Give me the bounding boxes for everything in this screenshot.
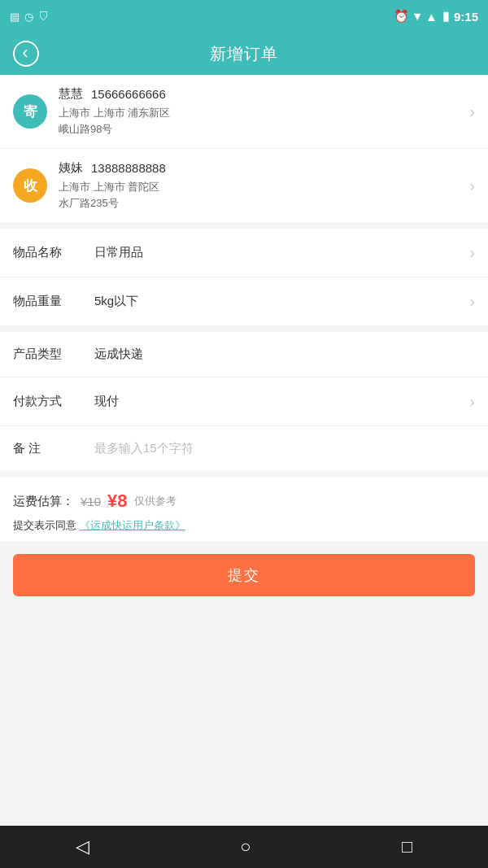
freight-section: 运费估算： ¥10 ¥8 仅供参考 提交表示同意 《运成快运用户条款》 — [0, 478, 488, 541]
item-section: 物品名称 日常用品 › 物品重量 5kg以下 › — [0, 229, 488, 325]
sender-name: 慧慧 — [59, 86, 83, 102]
page-title: 新增订单 — [210, 43, 278, 65]
status-bar: ▤ ◷ ⛉ ⏰ ▾ ▲ ▮ 9:15 — [0, 0, 488, 33]
sender-address-line1: 上海市 上海市 浦东新区 — [59, 107, 170, 119]
sender-avatar: 寄 — [13, 94, 47, 129]
receiver-address-line2: 水厂路235号 — [59, 197, 119, 209]
terms-prefix: 提交表示同意 — [13, 519, 76, 531]
product-type-row[interactable]: 产品类型 远成快递 — [0, 332, 488, 377]
sender-info: 慧慧 15666666666 上海市 上海市 浦东新区 峨山路98号 — [59, 86, 463, 137]
bottom-nav: ◁ ○ □ — [0, 826, 488, 868]
shield-icon: ⛉ — [38, 11, 49, 23]
battery-icon: ▮ — [442, 9, 449, 24]
back-button[interactable] — [13, 41, 39, 67]
remark-placeholder: 最多输入15个字符 — [94, 441, 475, 456]
home-nav-icon[interactable]: ○ — [240, 836, 251, 857]
content-area: 寄 慧慧 15666666666 上海市 上海市 浦东新区 峨山路98号 › 收 — [0, 75, 488, 826]
sender-chevron-icon: › — [469, 103, 475, 121]
weight-row[interactable]: 物品重量 5kg以下 › — [0, 277, 488, 325]
freight-row: 运费估算： ¥10 ¥8 仅供参考 — [13, 491, 475, 512]
receiver-name-row: 姨妹 13888888888 — [59, 160, 463, 176]
wifi-icon: ▾ — [414, 9, 420, 24]
status-bar-left-icons: ▤ ◷ ⛉ — [10, 11, 49, 23]
remark-label: 备 注 — [13, 441, 78, 456]
receiver-phone: 13888888888 — [91, 161, 166, 175]
receiver-avatar-label: 收 — [24, 177, 37, 195]
time-display: 9:15 — [454, 10, 478, 24]
receiver-name: 姨妹 — [59, 160, 83, 176]
clock-icon: ◷ — [24, 11, 33, 23]
status-bar-right-icons: ⏰ ▾ ▲ ▮ 9:15 — [394, 9, 478, 24]
weight-chevron-icon: › — [469, 292, 475, 311]
freight-label: 运费估算： — [13, 494, 74, 509]
sender-row[interactable]: 寄 慧慧 15666666666 上海市 上海市 浦东新区 峨山路98号 › — [0, 75, 488, 149]
receiver-address: 上海市 上海市 普陀区 水厂路235号 — [59, 179, 463, 211]
weight-label: 物品重量 — [13, 294, 78, 309]
receiver-address-line1: 上海市 上海市 普陀区 — [59, 181, 159, 193]
sender-phone: 15666666666 — [91, 87, 166, 101]
freight-original-price: ¥10 — [81, 495, 101, 508]
submit-button[interactable]: 提交 — [13, 554, 475, 596]
top-nav: 新增订单 — [0, 33, 488, 75]
item-name-chevron-icon: › — [469, 243, 475, 262]
remark-row[interactable]: 备 注 最多输入15个字符 — [0, 426, 488, 471]
recent-nav-icon[interactable]: □ — [402, 836, 412, 857]
payment-label: 付款方式 — [13, 394, 78, 409]
signal-icon: ▲ — [425, 10, 438, 24]
address-block: 寄 慧慧 15666666666 上海市 上海市 浦东新区 峨山路98号 › 收 — [0, 75, 488, 222]
weight-value: 5kg以下 — [94, 294, 463, 309]
sender-name-row: 慧慧 15666666666 — [59, 86, 463, 102]
receiver-avatar: 收 — [13, 168, 47, 203]
alarm-icon: ⏰ — [394, 9, 409, 24]
payment-chevron-icon: › — [469, 392, 475, 411]
back-nav-icon[interactable]: ◁ — [76, 836, 89, 857]
receiver-row[interactable]: 收 姨妹 13888888888 上海市 上海市 普陀区 水厂路235号 › — [0, 149, 488, 222]
freight-discount-price: ¥8 — [107, 491, 127, 512]
item-name-label: 物品名称 — [13, 245, 78, 260]
receiver-chevron-icon: › — [469, 177, 475, 195]
product-type-value: 远成快递 — [94, 347, 475, 362]
screen-icon: ▤ — [10, 11, 20, 23]
submit-button-label: 提交 — [228, 565, 260, 585]
terms-link[interactable]: 《运成快运用户条款》 — [80, 519, 185, 531]
item-name-value: 日常用品 — [94, 245, 463, 260]
item-name-row[interactable]: 物品名称 日常用品 › — [0, 229, 488, 277]
sender-avatar-label: 寄 — [24, 103, 37, 121]
sender-address-line2: 峨山路98号 — [59, 123, 112, 135]
payment-value: 现付 — [94, 394, 463, 409]
payment-row[interactable]: 付款方式 现付 › — [0, 377, 488, 426]
freight-note: 仅供参考 — [134, 494, 176, 508]
terms-row: 提交表示同意 《运成快运用户条款》 — [13, 518, 475, 533]
sender-address: 上海市 上海市 浦东新区 峨山路98号 — [59, 105, 463, 137]
receiver-info: 姨妹 13888888888 上海市 上海市 普陀区 水厂路235号 — [59, 160, 463, 211]
product-type-label: 产品类型 — [13, 347, 78, 362]
product-section: 产品类型 远成快递 付款方式 现付 › 备 注 最多输入15个字符 — [0, 332, 488, 471]
